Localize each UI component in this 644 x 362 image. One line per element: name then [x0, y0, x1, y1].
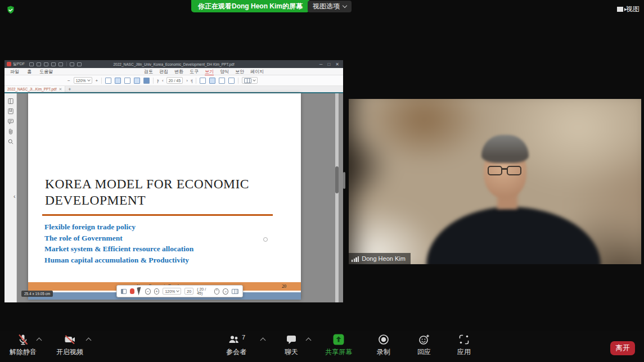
two-page-view-icon[interactable] — [219, 78, 225, 84]
shared-screen-scroll-handle[interactable] — [343, 172, 345, 189]
maximize-icon[interactable]: □ — [327, 62, 330, 67]
participant-video-tile[interactable]: Dong Heon Kim — [349, 99, 641, 264]
next-page-button[interactable]: ⌄ — [223, 288, 228, 295]
fit-width-view-icon[interactable] — [115, 78, 121, 84]
attachments-panel-icon[interactable] — [7, 128, 14, 135]
menu-view[interactable]: 보기 — [205, 69, 214, 75]
unmute-label: 解除静音 — [10, 347, 37, 357]
share-icon[interactable] — [58, 62, 63, 66]
divider — [153, 78, 154, 84]
pdf-tabbar: 2022_NASC_Ji...Kim_PPT.pdf ✕ + — [4, 86, 343, 93]
share-screen-button[interactable]: 共享屏幕 — [321, 333, 357, 357]
glasses-right-lens — [507, 166, 521, 175]
first-page-button[interactable]: |‹ — [157, 78, 159, 83]
document-area: KOREA MODEL FOR ECONOMIC DEVELOPMENT Fle… — [4, 93, 343, 302]
comments-panel-icon[interactable] — [7, 118, 14, 125]
chevron-down-icon — [87, 78, 91, 82]
start-video-button[interactable]: 开启视频 — [52, 333, 88, 357]
zoom-out-button[interactable]: − — [145, 288, 151, 295]
slide-bullet: Human capital accumulation & Productivit… — [44, 255, 193, 266]
undo-icon[interactable] — [70, 62, 74, 66]
book-view-icon[interactable] — [209, 78, 215, 84]
tab-close-icon[interactable]: ✕ — [58, 87, 62, 92]
pdf-scrollbar[interactable] — [335, 93, 339, 302]
bookmarks-panel-icon[interactable] — [7, 108, 14, 115]
search-panel-icon[interactable] — [7, 138, 14, 145]
leave-meeting-button[interactable]: 离开 — [610, 341, 635, 355]
pdf-app-window: 알PDF 2022_NASC_Jilin_Univ_Korea_Economic… — [4, 60, 343, 302]
single-page-view-icon[interactable] — [105, 78, 111, 84]
security-shield-icon[interactable] — [6, 5, 16, 17]
continuous-scroll-view-icon[interactable] — [124, 78, 130, 84]
menu-page[interactable]: 페이지 — [250, 69, 264, 75]
slide-bullet: Market system & Efficient resource alloc… — [44, 243, 193, 255]
view-button[interactable]: 视图 — [617, 4, 640, 14]
open-folder-icon[interactable] — [29, 62, 34, 66]
page-number-input[interactable]: 20 / 45 — [166, 77, 183, 84]
page-layout-icon[interactable] — [200, 78, 206, 84]
menu-home[interactable]: 홈 — [27, 69, 31, 75]
tab-label: 2022_NASC_Ji...Kim_PPT.pdf — [7, 87, 56, 91]
next-page-button[interactable]: › — [186, 78, 187, 83]
grid-view-icon[interactable] — [228, 78, 235, 84]
new-tab-button[interactable]: + — [68, 87, 71, 92]
pdf-menubar: 파일 홈 도움말 검토 편집 변환 도구 보기 양식 보안 페이지 — [4, 68, 343, 75]
thumbnail-grid-icon[interactable] — [232, 289, 238, 294]
previous-page-button[interactable]: ⌃ — [214, 288, 220, 295]
zoom-in-button[interactable]: + — [96, 78, 98, 83]
pdf-titlebar[interactable]: 알PDF 2022_NASC_Jilin_Univ_Korea_Economic… — [4, 60, 343, 68]
hand-tool-icon[interactable] — [130, 288, 134, 294]
participants-label: 参会者 — [226, 347, 246, 357]
zoom-out-button[interactable]: − — [67, 78, 70, 83]
watching-screen-banner: 你正在观看Dong Heon Kim的屏幕 — [191, 0, 309, 12]
sidebar-collapse-chevron[interactable]: ‹ — [13, 193, 15, 200]
last-page-button[interactable]: ›| — [191, 78, 192, 83]
divider — [196, 78, 196, 84]
minimize-icon[interactable]: ─ — [319, 62, 323, 67]
slide-bullet: Flexible foreign trade policy — [44, 221, 193, 233]
menu-tools[interactable]: 도구 — [190, 69, 199, 75]
participants-options-caret[interactable] — [260, 338, 266, 343]
menu-security[interactable]: 보안 — [235, 69, 244, 75]
document-tab[interactable]: 2022_NASC_Ji...Kim_PPT.pdf ✕ — [4, 86, 65, 92]
menu-convert[interactable]: 변환 — [174, 69, 183, 75]
chevron-down-icon — [343, 3, 347, 8]
close-icon[interactable]: ✕ — [335, 62, 339, 67]
menu-help[interactable]: 도움말 — [39, 69, 53, 75]
menu-forms[interactable]: 양식 — [220, 69, 229, 75]
muted-mic-icon — [16, 333, 30, 346]
reactions-label: 回应 — [417, 347, 431, 357]
zoom-in-button[interactable]: + — [154, 288, 160, 295]
previous-page-button[interactable]: ‹ — [162, 78, 163, 83]
print-icon[interactable] — [51, 62, 56, 66]
save-icon[interactable] — [37, 62, 41, 66]
record-label: 录制 — [377, 347, 390, 357]
zoom-level-select[interactable]: 120% — [74, 77, 92, 84]
slide-bullet: The role of Government — [44, 233, 193, 244]
reactions-button[interactable]: 回应 — [406, 333, 442, 357]
menu-file[interactable]: 파일 — [10, 69, 19, 75]
select-tool-icon[interactable] — [137, 287, 142, 295]
thumbnails-panel-icon[interactable] — [7, 98, 14, 105]
menu-review[interactable]: 검토 — [144, 69, 153, 75]
fill-page-view-icon[interactable] — [143, 78, 150, 84]
side-panel-icon[interactable] — [121, 289, 127, 294]
fit-page-view-icon[interactable] — [134, 78, 140, 84]
page-number-value: 20 — [169, 79, 173, 83]
unmute-button[interactable]: 解除静音 — [5, 333, 41, 357]
more-view-options-dropdown[interactable] — [242, 77, 258, 84]
menu-edit[interactable]: 편집 — [159, 69, 168, 75]
chat-button[interactable]: 聊天 — [273, 333, 309, 357]
view-layout-icon — [617, 7, 623, 12]
pdf-scrollbar-thumb[interactable] — [335, 166, 339, 193]
redo-icon[interactable] — [77, 62, 82, 66]
page-number-input[interactable]: 20 — [184, 288, 193, 295]
start-video-label: 开启视频 — [56, 347, 83, 357]
record-button[interactable]: 录制 — [366, 333, 402, 357]
participants-button[interactable]: 7 参会者 — [218, 333, 254, 357]
apps-button[interactable]: 应用 — [446, 333, 482, 357]
zoom-level-select[interactable]: 120% — [163, 288, 181, 295]
pdf-toolbar: − 120% + |‹ ‹ 20 / 45 › ›| — [4, 75, 343, 86]
view-options-button[interactable]: 视图选项 — [308, 1, 352, 12]
save-as-icon[interactable] — [44, 62, 48, 66]
